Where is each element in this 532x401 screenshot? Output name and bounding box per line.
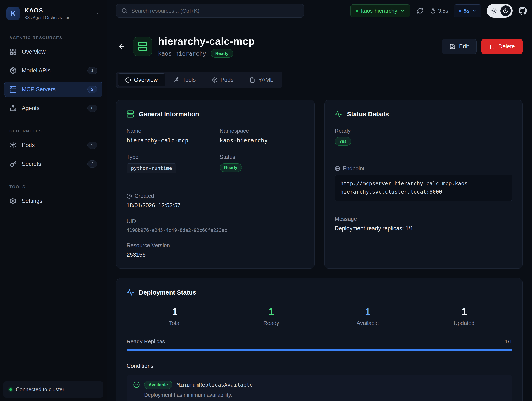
- edit-button[interactable]: Edit: [442, 39, 477, 54]
- stat-label: Available: [319, 320, 416, 326]
- field-resource-version: Resource Version 253156: [127, 242, 304, 258]
- refresh-button[interactable]: [416, 6, 424, 15]
- namespace-selector[interactable]: kaos-hierarchy: [350, 4, 410, 17]
- field-label: Type: [127, 154, 211, 160]
- field-label: UID: [127, 218, 304, 225]
- type-badge: python-runtime: [127, 163, 177, 173]
- field-label: Created: [135, 193, 154, 199]
- stat-available: 1 Available: [319, 306, 416, 326]
- tab-label: Pods: [221, 77, 234, 83]
- namespace-selector-label: kaos-hierarchy: [361, 8, 397, 14]
- sidebar-nav: AGENTIC RESOURCES Overview Model APIs 1 …: [0, 26, 107, 381]
- wrench-icon: [174, 77, 180, 83]
- sun-icon: [488, 6, 499, 16]
- field-label: Ready: [335, 127, 512, 134]
- pods-icon: [10, 141, 17, 149]
- github-link[interactable]: [519, 6, 527, 15]
- sidebar: K KAOS K8s Agent Orchestration AGENTIC R…: [0, 0, 107, 401]
- stat-value: 1: [223, 306, 320, 317]
- sidebar-item-agents[interactable]: Agents 6: [4, 100, 102, 116]
- sidebar-item-badge: 2: [88, 160, 97, 167]
- refresh-interval-selector[interactable]: 5s: [454, 4, 481, 17]
- field-label: Status: [220, 154, 304, 160]
- back-button[interactable]: [116, 41, 127, 52]
- namespace-status-dot-icon: [355, 10, 358, 12]
- bot-icon: [10, 105, 17, 112]
- sidebar-item-label: Model APIs: [22, 67, 51, 74]
- stat-label: Updated: [416, 320, 513, 326]
- sidebar-item-badge: 9: [88, 141, 97, 149]
- field-value: Deployment ready replicas: 1/1: [335, 225, 512, 232]
- sidebar-item-secrets[interactable]: Secrets 2: [4, 156, 102, 172]
- activity-icon: [127, 289, 134, 296]
- tab-yaml[interactable]: YAML: [242, 73, 281, 86]
- pencil-icon: [450, 44, 456, 50]
- search-box[interactable]: [116, 4, 304, 18]
- chevron-left-icon: [95, 11, 101, 17]
- nav-section-kubernetes: KUBERNETES: [4, 119, 102, 137]
- globe-icon: [335, 166, 340, 171]
- cluster-connection-status: Connected to cluster: [3, 381, 103, 398]
- general-information-card: General Information Name hierarchy-calc-…: [116, 100, 315, 268]
- card-title: General Information: [139, 110, 199, 118]
- stat-label: Total: [127, 320, 223, 326]
- field-label: Namespace: [220, 127, 304, 134]
- page-header: hierarchy-calc-mcp kaos-hierarchy Ready …: [116, 35, 523, 58]
- divider: [127, 183, 304, 183]
- clock-icon: [127, 193, 132, 199]
- app-subtitle: K8s Agent Orchestration: [25, 15, 70, 20]
- condition-available: Available MinimumReplicasAvailable Deplo…: [127, 375, 512, 401]
- field-uid: UID 4198b976-e245-4c49-8da2-92c60fe223ac: [127, 218, 304, 233]
- nav-section-agentic-resources: AGENTIC RESOURCES: [4, 26, 102, 44]
- sidebar-item-badge: 1: [88, 67, 97, 74]
- main-content: hierarchy-calc-mcp kaos-hierarchy Ready …: [107, 22, 532, 401]
- sidebar-item-mcp-servers[interactable]: MCP Servers 2: [4, 82, 102, 97]
- package-icon: [10, 67, 17, 74]
- ready-replicas-row: Ready Replicas 1/1: [127, 338, 512, 345]
- activity-icon: [335, 110, 342, 118]
- condition-reason: MinimumReplicasAvailable: [177, 382, 253, 388]
- sidebar-item-label: MCP Servers: [22, 86, 56, 93]
- sidebar-item-overview[interactable]: Overview: [4, 44, 102, 60]
- sidebar-item-badge: 2: [88, 86, 97, 93]
- tab-overview[interactable]: Overview: [118, 73, 165, 86]
- server-icon: [10, 86, 17, 93]
- status-badge: Ready: [211, 49, 233, 58]
- delete-button[interactable]: Delete: [481, 39, 523, 54]
- sidebar-collapse-button[interactable]: [95, 11, 101, 17]
- field-value: 253156: [127, 252, 304, 258]
- sidebar-item-label: Overview: [22, 49, 46, 55]
- sidebar-item-pods[interactable]: Pods 9: [4, 137, 102, 153]
- search-input[interactable]: [131, 8, 298, 14]
- load-time-value: 3.5s: [438, 8, 448, 14]
- ready-replicas-value: 1/1: [505, 338, 512, 345]
- sidebar-item-model-apis[interactable]: Model APIs 1: [4, 63, 102, 78]
- app-name: KAOS: [25, 7, 70, 14]
- field-message: Message Deployment ready replicas: 1/1: [335, 216, 512, 232]
- ready-replicas-label: Ready Replicas: [127, 338, 165, 345]
- tab-tools[interactable]: Tools: [166, 73, 203, 86]
- key-icon: [10, 160, 17, 167]
- condition-message: Deployment has minimum availability.: [144, 392, 506, 398]
- box-icon: [212, 77, 218, 83]
- field-value: 4198b976-e245-4c49-8da2-92c60fe223ac: [127, 228, 304, 233]
- tab-pods[interactable]: Pods: [204, 73, 241, 86]
- nav-section-tools: TOOLS: [4, 175, 102, 193]
- sidebar-item-label: Agents: [22, 105, 39, 112]
- trash-icon: [489, 44, 495, 50]
- sidebar-item-settings[interactable]: Settings: [4, 193, 102, 209]
- stat-total: 1 Total: [127, 306, 223, 326]
- status-details-card: Status Details Ready Yes Endpoint http:/…: [324, 100, 523, 268]
- stat-value: 1: [416, 306, 513, 317]
- page-title: hierarchy-calc-mcp: [158, 35, 255, 47]
- theme-toggle[interactable]: [487, 4, 513, 18]
- delete-button-label: Delete: [498, 43, 515, 50]
- file-icon: [249, 77, 255, 83]
- refresh-icon: [417, 8, 423, 14]
- condition-badge: Available: [144, 381, 172, 389]
- sidebar-item-badge: 6: [88, 105, 97, 112]
- sidebar-item-label: Settings: [22, 198, 43, 204]
- stat-label: Ready: [223, 320, 320, 326]
- info-icon: [125, 77, 131, 83]
- search-icon: [121, 8, 127, 14]
